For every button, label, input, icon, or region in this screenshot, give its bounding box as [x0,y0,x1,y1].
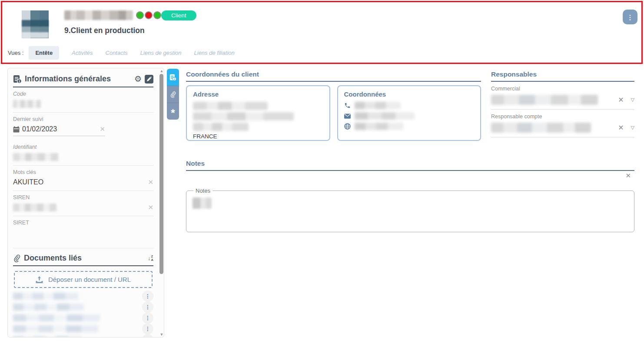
dropzone-label: Déposer un document / URL [48,276,131,283]
clear-siren-icon[interactable]: ✕ [148,204,153,211]
views-label: Vues : [8,50,23,56]
paperclip-icon [170,91,176,98]
field-dernier-suivi: Dernier suivi 01/02/2023 ✕ [13,113,153,140]
document-kebab-menu-button[interactable]: ⋮ [142,312,153,324]
field-label: Identifiant [13,144,153,150]
card-title: Coordonnées [344,90,475,98]
field-label: Dernier suivi [13,116,153,122]
notes-field-legend: Notes [193,187,212,194]
clear-commercial-icon[interactable]: ✕ [618,96,624,104]
chevron-down-icon[interactable]: ▽ [631,97,634,103]
coordonnees-client-section: Coordonnées du client Adresse FRANCE Coo… [186,70,481,232]
document-list-item[interactable]: ⋮ [13,301,153,312]
client-record-page: Client 9.Client en production ⋮ Vues : E… [0,0,644,351]
field-commercial: Commercial ✕ ▽ [491,82,634,110]
document-dropzone[interactable]: Déposer un document / URL [14,271,153,288]
document-kebab-menu-button[interactable]: ⋮ [142,323,153,334]
redacted-value [13,153,58,161]
status-dot-green [153,11,161,19]
scroll-down-icon[interactable]: ▼ [159,332,164,337]
vertical-ellipsis-icon: ⋮ [627,14,634,20]
upload-icon [36,276,43,283]
clear-date-icon[interactable]: ✕ [100,125,105,133]
redacted-phone [355,102,401,109]
field-code: Code [13,87,153,113]
header-kebab-menu-button[interactable]: ⋮ [623,10,637,24]
documents-lies-header: Documents liés ↓ZA [13,254,153,266]
company-name-redacted [64,10,133,20]
document-list-item[interactable]: ⋮ [13,291,153,301]
globe-icon [344,123,351,130]
field-siret: SIRET [13,216,153,248]
redacted-document-name [13,304,84,311]
panel-title: Informations générales [25,74,131,84]
pencil-icon [147,77,152,81]
edit-button[interactable] [145,75,153,84]
vtab-custom-fields[interactable]: * [167,103,179,120]
field-label: SIREN [13,194,153,201]
status-dots [136,11,161,19]
document-info-icon [13,75,22,84]
gear-icon[interactable]: ⚙ [134,75,142,83]
redacted-address-line [193,102,268,110]
date-input[interactable]: 01/02/2023 ✕ [13,125,105,136]
clear-mots-cles-icon[interactable]: ✕ [148,178,153,186]
tab-activites[interactable]: Activités [72,50,93,56]
vtab-documents[interactable] [167,86,179,103]
scroll-up-icon[interactable]: ▲ [159,69,164,73]
sort-alpha-icon[interactable]: ↓ZA [148,255,153,261]
tab-liens-de-filiation[interactable]: Liens de filiation [194,50,235,56]
document-list: ⋮ ⋮ ⋮ ⋮ ⋮ [13,291,153,338]
redacted-address-line [193,123,249,131]
calendar-icon [13,126,20,133]
redacted-email [355,112,415,120]
phone-icon [344,102,351,109]
redacted-document-name [13,336,82,338]
notes-section: Notes ✕ Notes [186,160,634,232]
card-title: Adresse [193,90,323,98]
field-label: SIRET [13,220,153,226]
chevron-down-icon[interactable]: ▽ [631,125,634,130]
field-responsable-compte: Responsable compte ✕ ▽ [491,110,634,137]
adresse-card: Adresse FRANCE [186,85,330,141]
tab-entete[interactable]: Entête [29,46,59,60]
section-title: Responsables [491,70,634,82]
document-list-item[interactable]: ⋮ [13,323,153,334]
field-mots-cles: Mots clés AKUITEO ✕ [13,166,153,191]
redacted-responsable-name [491,123,591,133]
vtab-informations[interactable] [167,69,179,86]
panel-scrollbar[interactable]: ▲ ▼ [159,69,164,337]
document-list-item[interactable]: ⋮ [13,312,153,323]
clear-responsable-icon[interactable]: ✕ [618,124,624,132]
section-title: Notes [186,160,634,171]
document-kebab-menu-button[interactable]: ⋮ [142,334,153,338]
tab-liens-de-gestion[interactable]: Liens de gestion [140,50,182,56]
documents-title: Documents liés [24,254,144,263]
country-value: FRANCE [193,133,323,140]
field-label: Commercial [491,86,634,92]
client-type-badge: Client [161,10,196,20]
paperclip-icon [13,254,20,262]
email-row [344,112,475,120]
redacted-document-name [13,314,100,321]
redacted-value [13,100,41,108]
redacted-value [13,204,56,211]
date-value: 01/02/2023 [22,125,57,133]
redacted-commercial-name [491,95,598,105]
section-title: Coordonnées du client [186,70,481,82]
document-kebab-menu-button[interactable]: ⋮ [142,291,153,302]
redacted-notes-content [193,197,212,209]
main-content: Coordonnées du client Adresse FRANCE Coo… [186,70,634,232]
mail-icon [344,114,351,119]
scrollbar-thumb[interactable] [159,74,163,274]
document-kebab-menu-button[interactable]: ⋮ [142,301,153,313]
redacted-document-name [13,325,98,332]
website-row [344,123,475,130]
phone-row [344,102,475,109]
notes-clear-icon[interactable]: ✕ [625,172,631,180]
document-list-item[interactable]: ⋮ [13,334,153,338]
notes-textarea[interactable]: Notes [186,187,634,232]
widget-tab-strip: * [167,69,179,120]
company-logo [22,10,49,38]
tab-contacts[interactable]: Contacts [106,50,128,56]
